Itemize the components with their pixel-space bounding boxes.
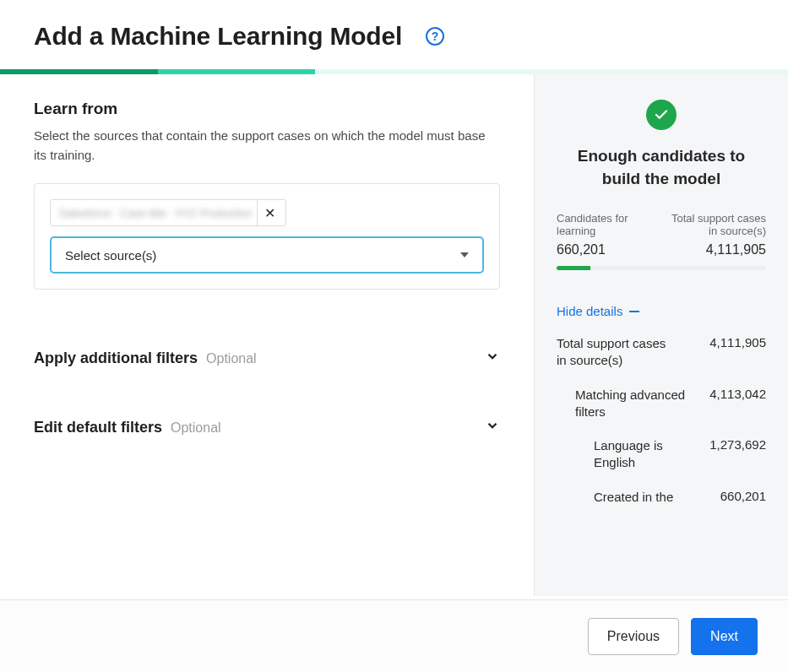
edit-default-filters-toggle[interactable]: Edit default filters Optional [34,418,500,436]
footer: Previous Next [0,599,788,672]
detail-matching-row: Matching advanced filters 4,113,042 [557,387,766,421]
detail-language-label: Language is English [594,437,701,472]
select-placeholder: Select source(s) [65,248,156,263]
default-filters-optional: Optional [171,420,221,436]
detail-total-label: Total support cases in source(s) [557,335,675,370]
right-panel: Enough candidates to build the model Can… [535,74,788,596]
detail-matching-label: Matching advanced filters [575,387,693,421]
detail-language-value: 1,273,692 [709,437,766,472]
selected-source-chip: Salesforce · Case title · XYZ Production… [50,199,286,226]
hide-details-toggle[interactable]: Hide details [557,304,766,318]
source-select[interactable]: Select source(s) [50,236,484,274]
chevron-down-icon [485,418,500,436]
previous-button[interactable]: Previous [588,618,679,655]
detail-language-row: Language is English 1,273,692 [557,437,766,472]
close-icon[interactable]: ✕ [257,200,280,225]
next-button[interactable]: Next [691,618,758,655]
help-icon[interactable]: ? [426,27,444,46]
candidates-label: Candidates for learning [557,212,657,237]
additional-filters-optional: Optional [206,351,257,366]
hide-details-label: Hide details [557,304,622,318]
page-title: Add a Machine Learning Model [34,22,402,51]
check-icon [646,100,677,130]
wizard-card: Add a Machine Learning Model ? Learn fro… [0,0,788,672]
chevron-down-icon [485,349,500,367]
metric-values: 660,201 4,111,905 [557,242,766,257]
detail-created-row: Created in the 660,201 [557,489,766,506]
body: Learn from Select the sources that conta… [0,74,788,596]
detail-created-value: 660,201 [720,489,766,506]
candidates-progress-fill [557,266,590,270]
chip-label: Salesforce · Case title · XYZ Production [59,207,257,219]
minus-icon [629,311,639,312]
detail-matching-value: 4,113,042 [709,387,766,421]
header: Add a Machine Learning Model ? [0,0,788,69]
status-title: Enough candidates to build the model [557,145,766,190]
left-panel: Learn from Select the sources that conta… [0,74,535,596]
default-filters-label: Edit default filters [34,419,162,436]
detail-created-label: Created in the [594,489,673,506]
chevron-down-icon [460,252,469,257]
total-value: 4,111,905 [706,242,766,257]
additional-filters-label: Apply additional filters [34,350,198,367]
learn-from-title: Learn from [34,100,500,118]
candidates-value: 660,201 [557,242,606,257]
candidates-progress-bar [557,266,766,270]
learn-from-description: Select the sources that contain the supp… [34,127,500,165]
metric-labels: Candidates for learning Total support ca… [557,212,766,237]
apply-additional-filters-toggle[interactable]: Apply additional filters Optional [34,349,500,367]
source-selector-box: Salesforce · Case title · XYZ Production… [34,183,500,290]
detail-total-value: 4,111,905 [709,335,766,370]
total-label: Total support cases in source(s) [666,212,766,237]
detail-total-row: Total support cases in source(s) 4,111,9… [557,335,766,370]
